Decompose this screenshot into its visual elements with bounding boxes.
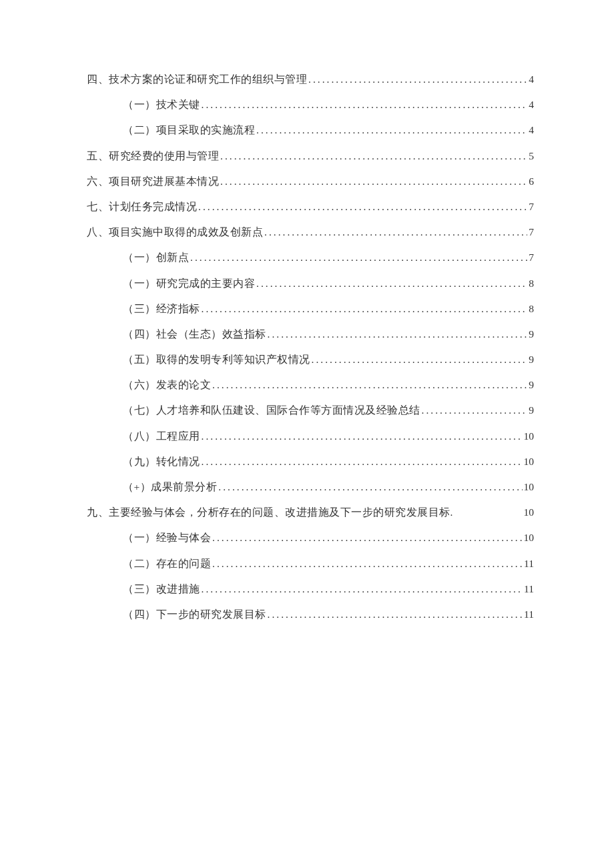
- toc-entry-page: 4: [529, 123, 534, 137]
- toc-dot-leader: [256, 123, 527, 137]
- toc-entry-page: 5: [529, 149, 534, 163]
- toc-dot-leader: [312, 352, 528, 367]
- toc-dot-leader: [264, 225, 527, 240]
- toc-entry-label: （九）转化情况: [123, 454, 200, 469]
- toc-entry-label: （三）改进措施: [123, 582, 200, 596]
- toc-entry: （九）转化情况10: [87, 454, 534, 469]
- toc-dot-leader: [212, 556, 523, 571]
- toc-dot-leader: [256, 276, 527, 291]
- toc-entry-label: （八）工程应用: [123, 429, 200, 444]
- toc-entry: （一）经验与体会10: [87, 530, 534, 545]
- toc-dot-leader: [268, 607, 523, 622]
- toc-entry-label: （一）研究完成的主要内容: [123, 276, 255, 291]
- toc-entry-label: 八、项目实施中取得的成效及创新点: [87, 225, 263, 240]
- toc-entry-page: 8: [529, 276, 534, 291]
- toc-entry-page: 10: [524, 505, 535, 520]
- toc-dot-leader: [202, 302, 528, 316]
- toc-entry-page: 9: [529, 327, 534, 342]
- toc-entry-label: （一）经验与体会: [123, 530, 211, 545]
- toc-dot-leader: [308, 72, 527, 87]
- toc-dot-leader: [190, 250, 527, 265]
- toc-dot-leader: [202, 582, 523, 596]
- toc-entry-page: 9: [529, 352, 534, 367]
- toc-entry-label: 七、计划任务完成情况: [87, 199, 197, 214]
- toc-entry-page: 7: [529, 199, 534, 214]
- toc-entry-page: 10: [524, 480, 535, 494]
- toc-entry-label: （四）下一步的研究发展目标: [123, 607, 266, 622]
- document-page: 四、技术方案的论证和研究工作的组织与管理4（一）技术关键4（二）项目采取的实施流…: [0, 0, 614, 622]
- toc-entry-label: （三）经济指标: [123, 302, 200, 316]
- toc-entry: （一）研究完成的主要内容8: [87, 276, 534, 291]
- toc-entry: （二）存在的问题11: [87, 556, 534, 571]
- toc-entry: （五）取得的发明专利等知识产权情况9: [87, 352, 534, 367]
- toc-entry-page: 10: [524, 429, 535, 444]
- toc-entry-page: 11: [524, 607, 534, 622]
- toc-dot-leader: [422, 403, 528, 418]
- toc-entry-label: （六）发表的论文: [123, 378, 211, 392]
- toc-entry: （八）工程应用10: [87, 429, 534, 444]
- toc-entry-page: 4: [529, 97, 534, 112]
- toc-entry-page: 7: [529, 225, 534, 240]
- toc-dot-leader: [218, 480, 522, 494]
- toc-entry-page: 8: [529, 302, 534, 316]
- toc-entry-label: （五）取得的发明专利等知识产权情况: [123, 352, 310, 367]
- toc-entry: （四）下一步的研究发展目标11: [87, 607, 534, 622]
- toc-dot-leader: [220, 149, 527, 163]
- toc-entry: 七、计划任务完成情况7: [87, 199, 534, 214]
- toc-entry: （三）改进措施11: [87, 582, 534, 596]
- toc-entry-label: 五、研究经费的使用与管理: [87, 149, 219, 163]
- toc-entry: （+）成果前景分析10: [87, 480, 534, 494]
- toc-dot-leader: [202, 97, 528, 112]
- toc-entry-page: 11: [524, 582, 534, 596]
- toc-entry-label: 六、项目研究进展基本情况: [87, 174, 219, 189]
- toc-dot-leader: [198, 199, 527, 214]
- toc-entry-label: （七）人才培养和队伍建设、国际合作等方面情况及经验总结: [123, 403, 420, 418]
- toc-entry-label: （一）创新点: [123, 250, 189, 265]
- toc-entry-page: 7: [529, 250, 534, 265]
- toc-entry-page: 9: [529, 378, 534, 392]
- toc-entry-label: （二）存在的问题: [123, 556, 211, 571]
- toc-dot-leader: [212, 530, 523, 545]
- toc-entry-page: 6: [529, 174, 534, 189]
- toc-entry-label: 九、主要经验与体会，分析存在的问题、改进措施及下一步的研究发展目标.: [87, 505, 524, 520]
- toc-entry-page: 11: [524, 556, 534, 571]
- toc-entry-page: 10: [524, 530, 535, 545]
- toc-entry: （一）技术关键4: [87, 97, 534, 112]
- toc-entry-page: 9: [529, 403, 534, 418]
- toc-entry-label: 四、技术方案的论证和研究工作的组织与管理: [87, 72, 307, 87]
- toc-entry: 九、主要经验与体会，分析存在的问题、改进措施及下一步的研究发展目标.10: [87, 505, 534, 520]
- toc-dot-leader: [202, 429, 523, 444]
- toc-entry: 八、项目实施中取得的成效及创新点7: [87, 225, 534, 240]
- toc-dot-leader: [268, 327, 528, 342]
- table-of-contents: 四、技术方案的论证和研究工作的组织与管理4（一）技术关键4（二）项目采取的实施流…: [87, 72, 534, 622]
- toc-entry: （六）发表的论文9: [87, 378, 534, 392]
- toc-entry-label: （四）社会（生态）效益指标: [123, 327, 266, 342]
- toc-entry: 五、研究经费的使用与管理5: [87, 149, 534, 163]
- toc-dot-leader: [212, 378, 527, 392]
- toc-entry: 四、技术方案的论证和研究工作的组织与管理4: [87, 72, 534, 87]
- toc-entry: 六、项目研究进展基本情况6: [87, 174, 534, 189]
- toc-dot-leader: [202, 454, 523, 469]
- toc-entry: （七）人才培养和队伍建设、国际合作等方面情况及经验总结9: [87, 403, 534, 418]
- toc-entry: （二）项目采取的实施流程4: [87, 123, 534, 137]
- toc-entry: （三）经济指标8: [87, 302, 534, 316]
- toc-entry-page: 4: [529, 72, 534, 87]
- toc-entry: （一）创新点7: [87, 250, 534, 265]
- toc-entry-label: （一）技术关键: [123, 97, 200, 112]
- toc-entry-label: （+）成果前景分析: [123, 480, 217, 494]
- toc-dot-leader: [220, 174, 527, 189]
- toc-entry-label: （二）项目采取的实施流程: [123, 123, 255, 137]
- toc-entry-page: 10: [524, 454, 535, 469]
- toc-entry: （四）社会（生态）效益指标9: [87, 327, 534, 342]
